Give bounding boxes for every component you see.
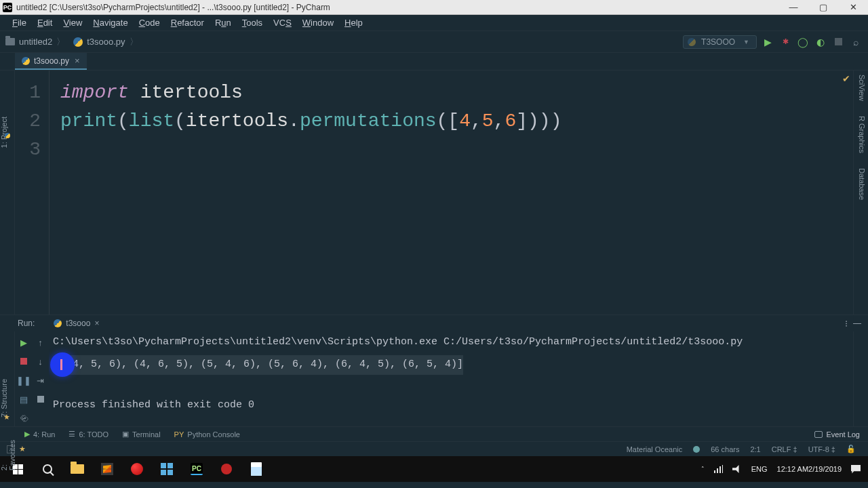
taskbar-recorder[interactable] (212, 456, 241, 482)
close-run-tab-button[interactable]: × (94, 319, 99, 328)
taskbar-sublime[interactable] (92, 456, 122, 482)
run-tool-window: Run: t3sooo × ⁝ — 7: Structure ★ 2: Favo… (0, 314, 868, 426)
tray-clock[interactable]: 12:12 AM 2/19/2019 (772, 465, 846, 474)
notepad-icon (251, 462, 262, 476)
tool-python-console-tab[interactable]: PY Python Console (167, 430, 247, 439)
menu-code[interactable]: Code (134, 18, 165, 28)
bottom-tool-strip: ▶ 4: Run ☰ 6: TODO ▣ Terminal PY Python … (0, 426, 868, 441)
status-line-separator[interactable]: CRLF ‡ (766, 445, 803, 453)
tool-terminal-tab[interactable]: ▣ Terminal (115, 430, 167, 439)
print-button[interactable] (35, 394, 46, 405)
run-tool-header: Run: t3sooo × ⁝ — (0, 315, 868, 331)
close-tab-button[interactable]: × (75, 56, 80, 66)
right-tool-gutter[interactable]: SciView R Graphics Database (853, 70, 868, 314)
hide-run-panel-button[interactable]: — (853, 319, 861, 328)
status-indicator-icon (693, 446, 700, 453)
menu-refactor[interactable]: Refactor (165, 18, 210, 28)
menu-file[interactable]: File (7, 18, 32, 28)
menu-tools[interactable]: Tools (237, 18, 268, 28)
editor-tab[interactable]: t3sooo.py × (15, 53, 87, 70)
app-icon: PC (3, 3, 12, 12)
right-tool-gutter-lower[interactable] (853, 331, 868, 426)
star-icon: ★ (3, 413, 10, 422)
tray-overflow-button[interactable]: ˄ (696, 466, 709, 472)
taskbar-pycharm[interactable]: PC (182, 456, 212, 482)
editor-workspace: 1: Project 1 2 3 import itertools print(… (0, 70, 868, 314)
chevron-right-icon: 〉 (52, 36, 69, 48)
menu-window[interactable]: Window (297, 18, 339, 28)
python-icon (688, 38, 696, 46)
menu-view[interactable]: View (58, 18, 87, 28)
database-tool-button[interactable]: Database (858, 168, 866, 200)
breadcrumb-project: untitled2 (19, 37, 52, 47)
down-stack-button[interactable]: ↓ (35, 356, 46, 367)
debug-button[interactable]: ✱ (778, 35, 792, 49)
taskbar-search-button[interactable] (33, 456, 62, 482)
window-close-button[interactable]: ✕ (838, 0, 868, 15)
taskbar-app-grid[interactable] (152, 456, 182, 482)
search-everywhere-button[interactable]: ⌕ (849, 35, 863, 49)
sciview-tool-button[interactable]: SciView (858, 75, 866, 101)
up-stack-button[interactable]: ↑ (35, 337, 46, 348)
window-title-text: untitled2 [C:\Users\t3so\PycharmProjects… (16, 3, 330, 12)
menu-edit[interactable]: Edit (32, 18, 58, 28)
tray-volume-icon[interactable] (728, 465, 747, 473)
profile-button[interactable]: ◐ (814, 35, 827, 49)
taskbar-opera[interactable] (122, 456, 152, 482)
gutter-line-numbers: 1 2 3 (15, 70, 49, 314)
run-console[interactable]: C:\Users\t3so\PycharmProjects\untitled2\… (49, 331, 853, 426)
menu-help[interactable]: Help (339, 18, 368, 28)
tool-event-log-tab[interactable]: Event Log (814, 430, 860, 439)
status-caret-pos[interactable]: 2:1 (745, 445, 766, 453)
left-tool-gutter-lower[interactable]: 7: Structure ★ 2: Favorites (0, 331, 15, 426)
soft-wrap-button[interactable]: ⇥ (35, 375, 46, 386)
status-bar: ★ Material Oceanic 66 chars 2:1 CRLF ‡ U… (0, 441, 868, 456)
editor-tab-label: t3sooo.py (34, 56, 69, 66)
status-theme[interactable]: Material Oceanic (621, 445, 688, 453)
toolbar-actions: T3SOOO ▼ ▶ ✱ ◯ ◐ ⌕ (683, 35, 863, 49)
stop-process-button[interactable] (18, 356, 29, 367)
rerun-button[interactable]: ▶ (18, 337, 29, 348)
status-encoding[interactable]: UTF-8 ‡ (803, 445, 841, 453)
opera-icon (131, 463, 143, 475)
menu-vcs[interactable]: VCS (268, 18, 297, 28)
search-icon (43, 464, 52, 474)
run-session-tab[interactable]: t3sooo × (48, 317, 104, 330)
rgraphics-tool-button[interactable]: R Graphics (858, 116, 866, 153)
layout-button[interactable]: ▤ (18, 394, 29, 405)
code-content[interactable]: import itertools print(list(itertools.pe… (49, 70, 853, 314)
favorites-tool-button[interactable]: 2: Favorites (0, 440, 16, 470)
window-minimize-button[interactable]: — (778, 0, 808, 15)
pause-output-button[interactable]: ❚❚ (18, 375, 29, 386)
status-readonly-toggle[interactable]: 🔓 (841, 445, 861, 453)
python-file-icon (22, 57, 30, 65)
tray-language[interactable]: ENG (747, 465, 772, 473)
run-config-name: T3SOOO (701, 37, 735, 47)
attach-link-button[interactable]: ⎘ (16, 411, 31, 426)
left-tool-gutter[interactable]: 1: Project (0, 70, 15, 314)
python-icon (5, 133, 10, 138)
taskbar-notepad[interactable] (241, 456, 271, 482)
tray-notifications-button[interactable] (846, 465, 865, 474)
code-editor[interactable]: 1 2 3 import itertools print(list(iterto… (15, 70, 853, 314)
menu-run[interactable]: Run (210, 18, 237, 28)
taskbar-file-explorer[interactable] (62, 456, 92, 482)
window-maximize-button[interactable]: ▢ (808, 0, 838, 15)
run-session-name: t3sooo (66, 319, 90, 328)
run-config-selector[interactable]: T3SOOO ▼ (683, 35, 757, 49)
pycharm-icon: PC (191, 463, 203, 475)
console-command: C:\Users\t3so\PycharmProjects\untitled2\… (53, 336, 743, 348)
tray-network-icon[interactable] (709, 465, 728, 473)
inspections-indicator[interactable]: ✔ (842, 73, 850, 84)
stop-button[interactable] (831, 35, 845, 49)
run-button[interactable]: ▶ (761, 35, 774, 49)
tool-todo-tab[interactable]: ☰ 6: TODO (62, 430, 115, 439)
menu-navigate[interactable]: Navigate (87, 18, 133, 28)
breadcrumb[interactable]: untitled2 〉 t3sooo.py 〉 (5, 36, 142, 48)
coverage-button[interactable]: ◯ (796, 35, 810, 49)
run-settings-button[interactable]: ⁝ (845, 319, 848, 329)
run-toolbar: ▶ ❚❚ ▤ ⎘ ↑ ↓ ⇥ (15, 331, 49, 426)
tool-run-tab[interactable]: ▶ 4: Run (18, 430, 62, 439)
structure-tool-button[interactable]: 7: Structure (0, 379, 8, 418)
folder-icon (5, 38, 15, 45)
